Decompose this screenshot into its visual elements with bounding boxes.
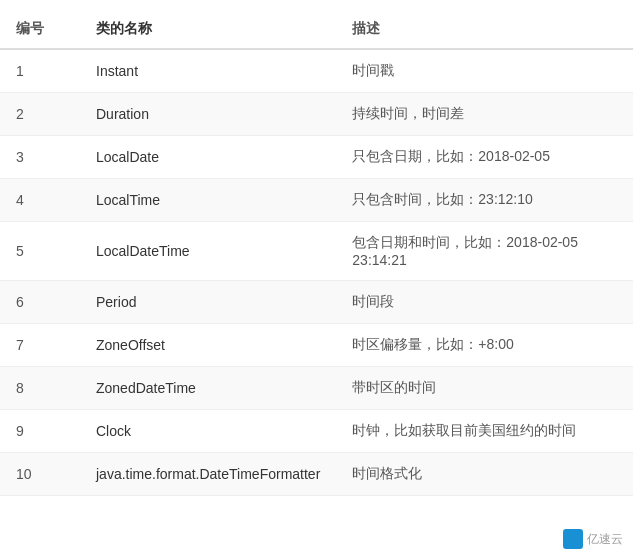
table-row: 1Instant时间戳 bbox=[0, 49, 633, 93]
cell-desc: 只包含日期，比如：2018-02-05 bbox=[336, 136, 633, 179]
cell-num: 2 bbox=[0, 93, 80, 136]
header-name: 类的名称 bbox=[80, 10, 336, 49]
table-header-row: 编号 类的名称 描述 bbox=[0, 10, 633, 49]
cell-desc: 时钟，比如获取目前美国纽约的时间 bbox=[336, 410, 633, 453]
cell-name: Duration bbox=[80, 93, 336, 136]
cell-desc: 时间戳 bbox=[336, 49, 633, 93]
watermark-text: 亿速云 bbox=[587, 531, 623, 548]
cell-num: 10 bbox=[0, 453, 80, 496]
cell-name: ZonedDateTime bbox=[80, 367, 336, 410]
cell-name: LocalTime bbox=[80, 179, 336, 222]
cell-name: Period bbox=[80, 281, 336, 324]
table-row: 3LocalDate只包含日期，比如：2018-02-05 bbox=[0, 136, 633, 179]
table-row: 5LocalDateTime包含日期和时间，比如：2018-02-05 23:1… bbox=[0, 222, 633, 281]
header-desc: 描述 bbox=[336, 10, 633, 49]
cell-num: 6 bbox=[0, 281, 80, 324]
cell-name: LocalDateTime bbox=[80, 222, 336, 281]
cell-desc: 带时区的时间 bbox=[336, 367, 633, 410]
cell-desc: 只包含时间，比如：23:12:10 bbox=[336, 179, 633, 222]
header-num: 编号 bbox=[0, 10, 80, 49]
table-body: 1Instant时间戳2Duration持续时间，时间差3LocalDate只包… bbox=[0, 49, 633, 496]
cell-name: LocalDate bbox=[80, 136, 336, 179]
cell-name: Clock bbox=[80, 410, 336, 453]
cell-desc: 时间段 bbox=[336, 281, 633, 324]
watermark-logo bbox=[563, 529, 583, 549]
table-row: 7ZoneOffset时区偏移量，比如：+8:00 bbox=[0, 324, 633, 367]
cell-num: 8 bbox=[0, 367, 80, 410]
data-table: 编号 类的名称 描述 1Instant时间戳2Duration持续时间，时间差3… bbox=[0, 10, 633, 496]
table-row: 8ZonedDateTime带时区的时间 bbox=[0, 367, 633, 410]
cell-name: ZoneOffset bbox=[80, 324, 336, 367]
table-container: 编号 类的名称 描述 1Instant时间戳2Duration持续时间，时间差3… bbox=[0, 0, 633, 506]
cell-desc: 时间格式化 bbox=[336, 453, 633, 496]
table-row: 2Duration持续时间，时间差 bbox=[0, 93, 633, 136]
cell-num: 3 bbox=[0, 136, 80, 179]
cell-desc: 时区偏移量，比如：+8:00 bbox=[336, 324, 633, 367]
table-row: 10java.time.format.DateTimeFormatter时间格式… bbox=[0, 453, 633, 496]
cell-num: 4 bbox=[0, 179, 80, 222]
cell-num: 1 bbox=[0, 49, 80, 93]
cell-name: java.time.format.DateTimeFormatter bbox=[80, 453, 336, 496]
cell-desc: 包含日期和时间，比如：2018-02-05 23:14:21 bbox=[336, 222, 633, 281]
cell-num: 9 bbox=[0, 410, 80, 453]
cell-desc: 持续时间，时间差 bbox=[336, 93, 633, 136]
watermark: 亿速云 bbox=[563, 529, 623, 549]
cell-num: 7 bbox=[0, 324, 80, 367]
table-row: 6Period时间段 bbox=[0, 281, 633, 324]
table-row: 4LocalTime只包含时间，比如：23:12:10 bbox=[0, 179, 633, 222]
cell-name: Instant bbox=[80, 49, 336, 93]
table-row: 9Clock时钟，比如获取目前美国纽约的时间 bbox=[0, 410, 633, 453]
cell-num: 5 bbox=[0, 222, 80, 281]
